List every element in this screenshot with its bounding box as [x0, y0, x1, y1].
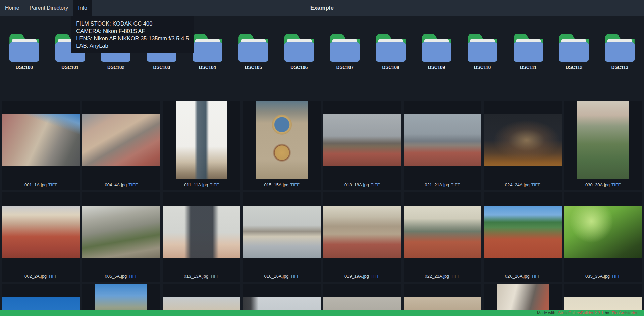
folder-icon-front — [376, 42, 406, 62]
photo-thumbnail[interactable] — [2, 206, 80, 258]
tiff-link[interactable]: TIFF — [531, 182, 540, 187]
folder-icon — [559, 34, 589, 62]
photo-cell: 021_21A.jpg TIFF — [404, 101, 481, 190]
photo-cell: 030_30A.jpg TIFF — [564, 101, 642, 190]
tiff-link[interactable]: TIFF — [531, 274, 540, 279]
photo-thumbnail[interactable] — [484, 206, 561, 258]
tiff-link[interactable]: TIFF — [128, 182, 138, 187]
photo-thumbnail[interactable] — [323, 114, 401, 166]
tiff-link[interactable]: TIFF — [611, 182, 621, 187]
photo-caption: 018_18A.jpg TIFF — [323, 179, 401, 190]
tiff-link[interactable]: TIFF — [451, 274, 460, 279]
tiff-link[interactable]: TIFF — [290, 182, 300, 187]
nav-item-home[interactable]: Home — [0, 0, 24, 16]
folder[interactable]: DSC100 — [1, 34, 47, 70]
photo-thumbnail[interactable] — [564, 206, 642, 258]
photo-caption: 021_21A.jpg TIFF — [404, 179, 481, 190]
footer-prefix: Made with — [537, 311, 555, 315]
folder-name: DSC112 — [566, 65, 582, 70]
thumbnail-area — [163, 192, 240, 271]
folder-icon-front — [514, 42, 543, 62]
photo-thumbnail[interactable] — [484, 114, 561, 166]
photo-filename: 019_19A.jpg — [344, 274, 369, 279]
thumbnail-area — [243, 192, 321, 271]
folder-name: DSC106 — [290, 65, 308, 70]
photo-thumbnail[interactable] — [176, 101, 228, 179]
photo-thumbnail[interactable] — [323, 206, 401, 258]
folder[interactable]: DSC105 — [230, 34, 276, 70]
photo-filename: 011_11A.jpg — [184, 182, 208, 187]
photo-thumbnail[interactable] — [404, 206, 481, 258]
folder-icon — [238, 34, 268, 62]
folder[interactable]: DSC113 — [597, 34, 643, 70]
folder-icon — [468, 34, 497, 62]
photo-cell: 026_26A.jpg TIFF — [484, 192, 561, 282]
tiff-link[interactable]: TIFF — [48, 274, 57, 279]
photo-grid: 001_1A.jpg TIFF 004_4A.jpg TIFF 011_11A.… — [0, 101, 644, 316]
folder-icon-front — [559, 42, 589, 62]
folder[interactable]: DSC111 — [505, 34, 551, 70]
tiff-link[interactable]: TIFF — [290, 274, 300, 279]
photo-filename: 021_21A.jpg — [425, 182, 449, 187]
folder-name: DSC111 — [520, 65, 537, 70]
tiff-link[interactable]: TIFF — [371, 182, 380, 187]
photo-thumbnail[interactable] — [82, 114, 160, 166]
photo-cell: 013_13A.jpg TIFF — [163, 192, 240, 282]
photo-cell: 018_18A.jpg TIFF — [323, 101, 401, 190]
thumbnail-area — [564, 192, 642, 271]
photo-cell: 002_2A.jpg TIFF — [2, 192, 80, 282]
folder-name: DSC104 — [199, 65, 216, 70]
photo-filename: 026_26A.jpg — [505, 274, 530, 279]
photo-filename: 013_13A.jpg — [184, 274, 208, 279]
tiff-link[interactable]: TIFF — [371, 274, 380, 279]
info-line-film-stock: FILM STOCK: KODAK GC 400 — [76, 20, 189, 27]
photo-filename: 001_1A.jpg — [24, 182, 47, 187]
folder-icon — [9, 34, 39, 62]
folder[interactable]: DSC109 — [414, 34, 460, 70]
nav-item-info[interactable]: Info FILM STOCK: KODAK GC 400 CAMERA: Ni… — [73, 0, 92, 16]
builder-link[interactable]: StaticGalleryBuilder 2.3.1 — [558, 311, 603, 315]
tiff-link[interactable]: TIFF — [128, 274, 138, 279]
info-dropdown-panel: FILM STOCK: KODAK GC 400 CAMERA: Nikon F… — [71, 16, 194, 53]
photo-cell: 004_4A.jpg TIFF — [82, 101, 160, 190]
folder-name: DSC107 — [336, 65, 354, 70]
info-line-lens: LENS: Nikon AF NIKKOR 35-135mm f/3.5-4.5 — [76, 35, 189, 42]
photo-thumbnail[interactable] — [577, 101, 629, 179]
photo-thumbnail[interactable] — [243, 206, 321, 258]
tiff-link[interactable]: TIFF — [48, 182, 57, 187]
photo-cell: 024_24A.jpg TIFF — [484, 101, 561, 190]
folder-icon-front — [330, 42, 360, 62]
folder-name: DSC100 — [16, 65, 33, 70]
tiff-link[interactable]: TIFF — [210, 274, 219, 279]
tiff-link[interactable]: TIFF — [210, 182, 219, 187]
info-line-camera: CAMERA: Nikon F-801S AF — [76, 27, 189, 35]
folder-name: DSC108 — [382, 65, 399, 70]
footer-suffix: . — [639, 311, 640, 315]
thumbnail-area — [484, 192, 561, 271]
folder[interactable]: DSC107 — [322, 34, 368, 70]
photo-thumbnail[interactable] — [404, 114, 481, 166]
folder-name: DSC103 — [153, 65, 170, 70]
folder[interactable]: DSC106 — [276, 34, 322, 70]
folder-icon — [605, 34, 635, 62]
tiff-link[interactable]: TIFF — [611, 274, 621, 279]
folder[interactable]: DSC108 — [368, 34, 414, 70]
thumbnail-area — [2, 192, 80, 271]
photo-thumbnail[interactable] — [2, 114, 80, 166]
photo-thumbnail[interactable] — [82, 206, 160, 258]
thumbnail-area — [404, 101, 481, 179]
nav-item-info-label: Info — [78, 5, 87, 11]
photo-thumbnail[interactable] — [256, 101, 308, 179]
photo-thumbnail[interactable] — [163, 206, 240, 258]
folder-name: DSC113 — [611, 65, 628, 70]
photo-filename: 022_22A.jpg — [425, 274, 449, 279]
author-link[interactable]: Flo Greistorfer — [612, 311, 638, 315]
folder-icon — [422, 34, 451, 62]
photo-caption: 022_22A.jpg TIFF — [404, 271, 481, 282]
nav-item-parent-directory[interactable]: Parent Directory — [24, 0, 73, 16]
page-title: Example — [310, 0, 334, 16]
tiff-link[interactable]: TIFF — [451, 182, 460, 187]
folder[interactable]: DSC112 — [551, 34, 597, 70]
footer-connector: by — [605, 311, 609, 315]
folder[interactable]: DSC110 — [460, 34, 505, 70]
